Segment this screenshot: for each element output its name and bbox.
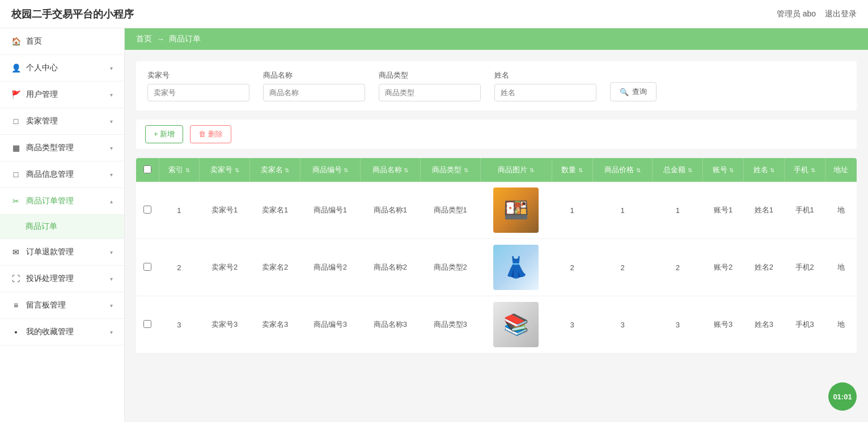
row-product-code: 商品编号1 [300,182,360,239]
row-account: 账号2 [703,239,744,296]
seller-icon: □ [11,117,20,126]
data-table-wrap: 索引 ⇅ 卖家号 ⇅ 卖家名 ⇅ 商品编号 ⇅ 商品名称 ⇅ 商品类型 ⇅ 商品… [136,158,857,353]
table-header-row: 索引 ⇅ 卖家号 ⇅ 卖家名 ⇅ 商品编号 ⇅ 商品名称 ⇅ 商品类型 ⇅ 商品… [136,158,857,182]
row-product-img [480,239,552,296]
sidebar-item-home[interactable]: 🏠 首页 [0,28,124,55]
sidebar-item-complaint-mgmt[interactable]: ⛶ 投诉处理管理 ▾ [0,266,124,292]
col-seller-no[interactable]: 卖家号 ⇅ [200,158,250,182]
favorite-icon: ▪ [11,327,20,336]
home-icon: 🏠 [11,37,20,46]
row-price: 1 [592,182,653,239]
col-index[interactable]: 索引 ⇅ [159,158,200,182]
col-account[interactable]: 账号 ⇅ [703,158,744,182]
sidebar-item-profile[interactable]: 👤 个人中心 ▾ [0,55,124,82]
user-label: 管理员 abo [777,9,816,19]
row-checkbox[interactable] [136,239,159,296]
sidebar: 🏠 首页 👤 个人中心 ▾ 🚩 用户管理 ▾ □ 卖家管理 [0,28,125,422]
sidebar-subitem-product-order[interactable]: 商品订单 [0,215,124,239]
chevron-down-icon: ▾ [110,302,113,309]
flag-icon: 🚩 [11,90,20,99]
sort-arrow: ⇅ [464,167,468,173]
col-seller-name[interactable]: 卖家名 ⇅ [250,158,300,182]
sidebar-item-refund-mgmt[interactable]: ✉ 订单退款管理 ▾ [0,239,124,266]
sort-arrow: ⇅ [688,167,692,173]
row-name: 姓名1 [744,182,785,239]
sidebar-item-seller-mgmt[interactable]: □ 卖家管理 ▾ [0,108,124,135]
row-checkbox[interactable] [136,296,159,353]
row-seller-no: 卖家号1 [200,182,250,239]
product-name-label: 商品名称 [263,70,365,80]
row-index: 1 [159,182,200,239]
chevron-down-icon: ▾ [110,92,113,98]
top-header: 校园二手交易平台的小程序 管理员 abo 退出登录 [0,0,868,28]
sidebar-item-product-mgmt[interactable]: □ 商品信息管理 ▾ [0,161,124,188]
chevron-down-icon: ▾ [110,249,113,255]
row-select-checkbox[interactable] [143,263,151,271]
name-input[interactable] [494,84,596,101]
col-quantity[interactable]: 数量 ⇅ [552,158,592,182]
main-layout: 🏠 首页 👤 个人中心 ▾ 🚩 用户管理 ▾ □ 卖家管理 [0,28,868,422]
row-phone: 手机1 [784,182,825,239]
category-icon: ▦ [11,143,20,152]
row-product-type: 商品类型1 [420,182,480,239]
row-quantity: 1 [552,182,592,239]
sidebar-item-category-mgmt[interactable]: ▦ 商品类型管理 ▾ [0,135,124,161]
logout-button[interactable]: 退出登录 [825,9,857,19]
row-checkbox[interactable] [136,182,159,239]
col-product-name[interactable]: 商品名称 ⇅ [360,158,420,182]
seller-no-input[interactable] [147,84,249,101]
row-seller-name: 卖家名1 [250,182,300,239]
data-table: 索引 ⇅ 卖家号 ⇅ 卖家名 ⇅ 商品编号 ⇅ 商品名称 ⇅ 商品类型 ⇅ 商品… [136,158,857,353]
row-quantity: 3 [552,296,592,353]
product-info-icon: □ [11,170,20,179]
table-row: 1 卖家号1 卖家名1 商品编号1 商品名称1 商品类型1 1 1 1 账号1 … [136,182,857,239]
breadcrumb: 首页 → 商品订单 [125,28,868,50]
sidebar-label-profile: 个人中心 [26,63,58,73]
row-product-type: 商品类型3 [420,296,480,353]
col-phone[interactable]: 手机 ⇅ [784,158,825,182]
sort-arrow: ⇅ [285,167,289,173]
add-button[interactable]: + 新增 [145,125,183,143]
breadcrumb-home[interactable]: 首页 [136,34,152,44]
row-seller-name: 卖家名3 [250,296,300,353]
sidebar-label-category-mgmt: 商品类型管理 [26,143,74,153]
col-name[interactable]: 姓名 ⇅ [744,158,785,182]
sidebar-item-user-mgmt[interactable]: 🚩 用户管理 ▾ [0,82,124,108]
row-product-name: 商品名称1 [360,182,420,239]
sort-arrow: ⇅ [729,167,734,173]
message-icon: ≡ [11,301,20,310]
row-product-code: 商品编号2 [300,239,360,296]
col-product-img[interactable]: 商品图片 ⇅ [480,158,552,182]
row-phone: 手机2 [784,239,825,296]
search-icon: 🔍 [620,88,629,96]
chevron-down-icon: ▾ [110,65,113,71]
row-select-checkbox[interactable] [143,206,151,214]
chevron-up-icon: ▴ [110,198,113,204]
search-button[interactable]: 🔍 查询 [610,82,657,101]
sidebar-label-user-mgmt: 用户管理 [26,89,58,100]
row-product-name: 商品名称2 [360,239,420,296]
row-total: 2 [653,239,703,296]
sidebar-label-favorite-mgmt: 我的收藏管理 [26,327,74,337]
search-bar: 卖家号 商品名称 商品类型 姓名 🔍 查询 [136,61,857,110]
sidebar-item-order-mgmt[interactable]: ✂ 商品订单管理 ▴ [0,188,124,215]
product-type-input[interactable] [379,84,481,101]
row-product-img [480,182,552,239]
name-field: 姓名 [494,70,596,101]
row-product-code: 商品编号3 [300,296,360,353]
col-checkbox [136,158,159,182]
product-type-field: 商品类型 [379,70,481,101]
product-name-input[interactable] [263,84,365,101]
col-total[interactable]: 总金额 ⇅ [653,158,703,182]
col-price[interactable]: 商品价格 ⇅ [592,158,653,182]
col-product-type[interactable]: 商品类型 ⇅ [420,158,480,182]
sidebar-item-favorite-mgmt[interactable]: ▪ 我的收藏管理 ▾ [0,319,124,346]
sort-arrow: ⇅ [404,167,408,173]
select-all-checkbox[interactable] [143,165,151,173]
delete-button[interactable]: 🗑 删除 [190,125,231,143]
row-select-checkbox[interactable] [143,320,151,328]
col-product-code[interactable]: 商品编号 ⇅ [300,158,360,182]
user-area: 管理员 abo 退出登录 [777,9,857,19]
sidebar-item-message-mgmt[interactable]: ≡ 留言板管理 ▾ [0,292,124,319]
chevron-down-icon: ▾ [110,276,113,282]
